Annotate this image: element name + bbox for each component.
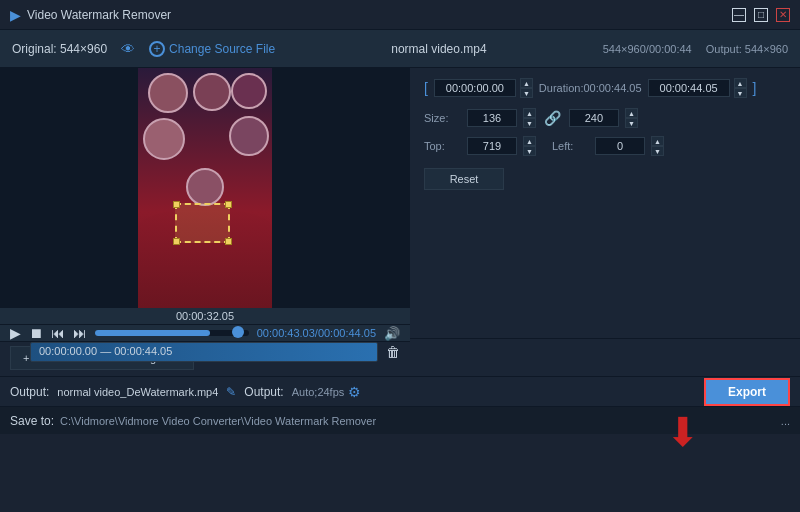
top-down[interactable]: ▼ <box>523 146 536 156</box>
timeline-time: 00:00:32.05 <box>0 308 410 324</box>
start-time-up[interactable]: ▲ <box>520 78 533 88</box>
top-input[interactable] <box>467 137 517 155</box>
top-up[interactable]: ▲ <box>523 136 536 146</box>
top-bar: Original: 544×960 👁 + Change Source File… <box>0 30 800 68</box>
change-source-label: Change Source File <box>169 42 275 56</box>
maximize-button[interactable]: □ <box>754 8 768 22</box>
next-frame-button[interactable]: ⏭ <box>73 325 87 341</box>
content-area: 00:00:32.05 ▶ ⏹ ⏮ ⏭ 00:00:43.03/00:00:44… <box>0 68 800 338</box>
add-circle-icon: + <box>149 41 165 57</box>
video-frame <box>138 68 272 308</box>
start-time-down[interactable]: ▼ <box>520 88 533 98</box>
change-source-button[interactable]: + Change Source File <box>149 41 275 57</box>
prev-frame-button[interactable]: ⏮ <box>51 325 65 341</box>
start-time-input[interactable] <box>434 79 516 97</box>
left-input[interactable] <box>595 137 645 155</box>
size-height-input[interactable] <box>569 109 619 127</box>
size-h-up[interactable]: ▲ <box>625 108 638 118</box>
browse-button[interactable]: ... <box>781 415 790 427</box>
bracket-right: ] <box>753 80 757 96</box>
end-time-input[interactable] <box>648 79 730 97</box>
size-h-spinner: ▲ ▼ <box>625 108 638 128</box>
top-spinner: ▲ ▼ <box>523 136 536 156</box>
start-time-spinner: ▲ ▼ <box>520 78 533 98</box>
left-spinner: ▲ ▼ <box>651 136 664 156</box>
size-w-spinner: ▲ ▼ <box>523 108 536 128</box>
end-time-spinner: ▲ ▼ <box>734 78 747 98</box>
duration-label: Duration:00:00:44.05 <box>539 82 642 94</box>
size-w-up[interactable]: ▲ <box>523 108 536 118</box>
link-icon: 🔗 <box>544 110 561 126</box>
output-settings: Auto;24fps ⚙ <box>292 384 362 400</box>
output-name: normal video_DeWatermark.mp4 <box>57 386 218 398</box>
time-display: 00:00:43.03/00:00:44.05 <box>257 327 376 339</box>
resize-handle-tl[interactable] <box>173 201 180 208</box>
export-button[interactable]: Export <box>704 378 790 406</box>
left-side: 00:00:32.05 ▶ ⏹ ⏮ ⏭ 00:00:43.03/00:00:44… <box>0 68 410 338</box>
app-title: Video Watermark Remover <box>27 8 171 22</box>
minimize-button[interactable]: — <box>732 8 746 22</box>
progress-fill <box>95 330 210 336</box>
time-range-row: [ ▲ ▼ Duration:00:00:44.05 ▲ ▼ ] <box>424 78 786 98</box>
delete-clip-icon[interactable]: 🗑 <box>386 344 400 360</box>
top-label: Top: <box>424 140 459 152</box>
right-panel: [ ▲ ▼ Duration:00:00:44.05 ▲ ▼ ] Size: ▲… <box>410 68 800 338</box>
output-settings-label: Output: <box>244 385 283 399</box>
resize-handle-br[interactable] <box>225 238 232 245</box>
file-dims: 544×960/00:00:44 <box>603 43 692 55</box>
bracket-left: [ <box>424 80 428 96</box>
progress-thumb[interactable] <box>232 326 244 338</box>
video-background <box>138 68 272 308</box>
close-button[interactable]: ✕ <box>776 8 790 22</box>
clip-time-text: 00:00:00.00 — 00:00:44.05 <box>39 345 172 357</box>
left-up[interactable]: ▲ <box>651 136 664 146</box>
position-row: Top: ▲ ▼ Left: ▲ ▼ <box>424 136 786 156</box>
left-label: Left: <box>552 140 587 152</box>
original-label: Original: 544×960 <box>12 42 107 56</box>
volume-icon[interactable]: 🔊 <box>384 326 400 341</box>
output-settings-text: Auto;24fps <box>292 386 345 398</box>
save-static-label: Save to: <box>10 414 54 428</box>
file-name: normal video.mp4 <box>289 42 589 56</box>
size-h-down[interactable]: ▼ <box>625 118 638 128</box>
controls-bar: ▶ ⏹ ⏮ ⏭ 00:00:43.03/00:00:44.05 🔊 <box>0 324 410 341</box>
size-row: Size: ▲ ▼ 🔗 ▲ ▼ <box>424 108 786 128</box>
gear-icon[interactable]: ⚙ <box>348 384 361 400</box>
clip-time-range[interactable]: 00:00:00.00 — 00:00:44.05 <box>30 342 378 362</box>
video-area <box>0 68 410 308</box>
red-arrow-icon: ⬇ <box>666 412 700 452</box>
reset-button[interactable]: Reset <box>424 168 504 190</box>
clip-row: ✂ 00:00:00.00 — 00:00:44.05 🗑 <box>0 341 410 362</box>
output-label: Output: 544×960 <box>706 43 788 55</box>
eye-icon[interactable]: 👁 <box>121 41 135 57</box>
title-left: ▶ Video Watermark Remover <box>10 7 171 23</box>
output-bar: Output: normal video_DeWatermark.mp4 ✎ O… <box>0 376 800 406</box>
left-down[interactable]: ▼ <box>651 146 664 156</box>
title-controls: — □ ✕ <box>732 8 790 22</box>
edit-icon[interactable]: ✎ <box>226 385 236 399</box>
watermark-selection-box[interactable] <box>175 203 230 243</box>
app-icon: ▶ <box>10 7 21 23</box>
size-w-down[interactable]: ▼ <box>523 118 536 128</box>
current-time-display: 00:00:32.05 <box>176 310 234 322</box>
play-button[interactable]: ▶ <box>10 325 21 341</box>
progress-bar[interactable] <box>95 330 249 336</box>
stop-button[interactable]: ⏹ <box>29 325 43 341</box>
title-bar: ▶ Video Watermark Remover — □ ✕ <box>0 0 800 30</box>
size-width-input[interactable] <box>467 109 517 127</box>
resize-handle-tr[interactable] <box>225 201 232 208</box>
size-label: Size: <box>424 112 459 124</box>
output-static-label: Output: <box>10 385 49 399</box>
end-time-down[interactable]: ▼ <box>734 88 747 98</box>
end-time-up[interactable]: ▲ <box>734 78 747 88</box>
resize-handle-bl[interactable] <box>173 238 180 245</box>
